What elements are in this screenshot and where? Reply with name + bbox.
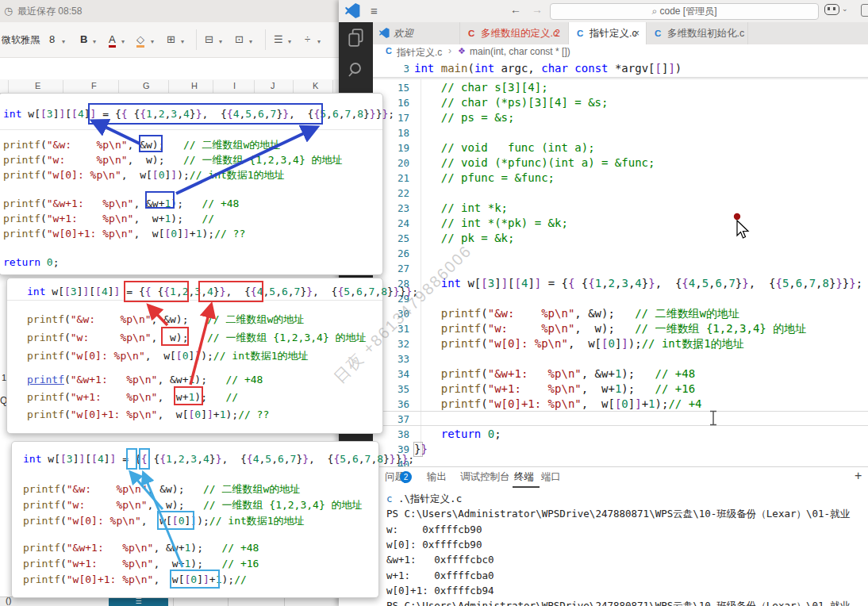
panel-tab-输出[interactable]: 输出: [427, 470, 447, 484]
panel-tab-终端[interactable]: 终端: [514, 470, 534, 484]
font-name-select[interactable]: 微软雅黑: [2, 33, 40, 47]
box-code-line: printf("w+1: %p\n", w+1); //: [3, 212, 214, 225]
save-status-icon: ◷: [4, 0, 13, 22]
tab-欢迎[interactable]: 欢迎: [373, 22, 460, 44]
toolbar-divider: [196, 29, 197, 50]
editor-line-29: 29: [373, 291, 868, 306]
annotation-box-2[interactable]: int w[[3]][[4]] = {{ {{1,2,3,4}}, {{4,5,…: [6, 278, 383, 434]
borders-caret-icon[interactable]: ▾: [181, 38, 184, 45]
box-code-line: printf("&w: %p\n", &w); // 二维数组w的地址: [27, 313, 304, 326]
editor-line-36: 36 printf("w[0]+1: %p\n", w[[0]]+1);// +…: [373, 397, 868, 412]
editor-line-23: 23 // int *k;: [373, 201, 868, 216]
font-color-caret-icon[interactable]: ▾: [121, 38, 125, 45]
tab-problem-badge: 2: [555, 22, 560, 44]
font-color-button[interactable]: A: [109, 33, 116, 48]
align-icon[interactable]: ☰: [274, 33, 283, 45]
copilot-caret-icon[interactable]: ⌄: [842, 5, 848, 13]
font-name-caret-icon[interactable]: ▾: [36, 38, 40, 45]
forward-icon[interactable]: →: [532, 3, 543, 16]
tab-多维数组的定义.c[interactable]: C多维数组的定义.c2: [460, 22, 569, 44]
search-sidebar-icon[interactable]: [348, 62, 364, 78]
column-header-I[interactable]: I: [233, 81, 236, 90]
editor-line-40: 40: [373, 457, 868, 466]
line-code: printf("w: %p\n", w); // 一维数组 {1,2,3,4} …: [414, 321, 806, 336]
bold-button[interactable]: B: [80, 33, 87, 45]
gridline: [173, 597, 174, 606]
column-headers[interactable]: EFGHIJK: [0, 79, 339, 94]
sticky-scroll-line[interactable]: 3 int main(int argc, char const *argv[[]…: [373, 60, 868, 77]
breadcrumb-symbol[interactable]: main(int, char const * []): [470, 46, 570, 57]
column-header-G[interactable]: G: [143, 81, 150, 90]
font-size-caret-icon[interactable]: ▾: [62, 38, 65, 45]
box-code-line: return 0;: [3, 255, 59, 269]
box-code-line: printf("w[0]+1: %p\n", w[[0]]+1);// ??: [27, 408, 269, 421]
formula-bar[interactable]: [0, 58, 339, 80]
line-code: // pfunc = &func;: [414, 171, 555, 186]
font-size-select[interactable]: 8: [49, 33, 55, 45]
borders-icon[interactable]: ⊞: [167, 33, 175, 45]
c-file-icon: C: [468, 22, 474, 44]
copilot-icon[interactable]: [824, 4, 839, 15]
align-caret-icon[interactable]: ▾: [288, 38, 291, 45]
new-terminal-icon[interactable]: +: [855, 469, 862, 483]
tab-close-icon[interactable]: ×: [634, 22, 639, 44]
breadcrumb-file[interactable]: 指针定义.c: [397, 46, 442, 59]
editor-line-15: 15 // char s[3][4];: [373, 80, 868, 95]
editor-line-38: 38 return 0;: [373, 427, 868, 442]
autofit-icon[interactable]: ⊡: [235, 33, 244, 45]
valign-caret-icon[interactable]: ▾: [317, 38, 321, 45]
tab-label: 指针定义.c: [590, 22, 637, 44]
merge-caret-icon[interactable]: ▾: [219, 38, 222, 45]
c-file-icon: C: [577, 22, 583, 44]
tab-label: 多维数组初始化.c: [667, 22, 744, 44]
editor-line-24: 24 // int *(*pk) = &k;: [373, 216, 868, 231]
breadcrumb[interactable]: C 指针定义.c › ❖ main(int, char const * []): [373, 44, 868, 60]
box-code-line: printf("w[0]: %p\n", w[[0]]);// int数据1的地…: [3, 168, 285, 182]
terminal-line: w: 0xffffcb90: [386, 523, 482, 537]
column-header-H[interactable]: H: [191, 81, 198, 90]
cell-parens-fragment: (): [6, 596, 11, 605]
annotation-rect: [157, 511, 194, 530]
column-tick: [332, 80, 333, 93]
panel-tab-调试控制台[interactable]: 调试控制台: [460, 470, 510, 484]
box-code-line: printf("&w+1: %p\n", &w+1); // +48: [3, 197, 239, 210]
editor-line-35: 35 printf("w+1: %p\n", w+1); // +16: [373, 382, 868, 397]
editor-line-39: 39}}: [373, 442, 868, 457]
save-status-text: 最近保存 08:58: [17, 0, 82, 22]
editor-line-18: 18: [373, 125, 868, 140]
symbol-method-icon: ❖: [458, 46, 466, 56]
vscode-logo-icon: [345, 3, 360, 18]
breadcrumb-separator: ›: [448, 45, 451, 56]
explorer-icon[interactable]: [348, 29, 365, 48]
column-tick: [293, 80, 294, 93]
tab-多维数组初始化.c[interactable]: C多维数组初始化.c: [647, 22, 748, 44]
command-center-search[interactable]: ⌕ code [管理员]: [550, 3, 819, 20]
merge-cells-icon[interactable]: ⊟: [205, 33, 213, 45]
vertical-align-icon[interactable]: ÷: [305, 33, 310, 45]
terminal-line: PS C:\Users\Administrator\WPSDrive\24788…: [386, 599, 850, 606]
terminal-line: w[0]: 0xffffcb90: [386, 538, 482, 552]
autofit-caret-icon[interactable]: ▾: [249, 38, 252, 45]
line-code: // ps = &s;: [414, 110, 514, 125]
wps-title-bar: ◷ 最近保存 08:58: [0, 0, 339, 22]
column-header-F[interactable]: F: [91, 81, 97, 90]
layout-icon[interactable]: [861, 4, 868, 17]
annotation-rect: [170, 570, 220, 589]
column-header-J[interactable]: J: [271, 81, 275, 90]
column-header-K[interactable]: K: [313, 81, 318, 90]
c-file-icon: C: [655, 22, 661, 44]
panel-tab-端口[interactable]: 端口: [541, 470, 561, 484]
column-tick: [8, 80, 9, 93]
back-icon[interactable]: ←: [510, 3, 521, 16]
menu-icon[interactable]: ≡: [371, 4, 378, 17]
fill-color-icon[interactable]: ◇: [136, 33, 144, 48]
tab-指针定义.c[interactable]: C指针定义.c×: [569, 22, 647, 44]
mouse-cursor: [730, 211, 754, 243]
line-code: printf("w[0]+1: %p\n", w[[0]]+1);// +4: [414, 397, 702, 412]
editor-tab-bar: 欢迎C多维数组的定义.c2C指针定义.c×C多维数组初始化.c: [373, 22, 868, 44]
taskbar-button[interactable]: ☰: [109, 597, 168, 606]
column-header-E[interactable]: E: [35, 81, 40, 90]
bold-caret-icon[interactable]: ▾: [93, 38, 96, 45]
editor-line-32: 32 printf("w[0]: %p\n", w[[0]]);// int数据…: [373, 336, 868, 351]
fill-color-caret-icon[interactable]: ▾: [151, 38, 154, 45]
